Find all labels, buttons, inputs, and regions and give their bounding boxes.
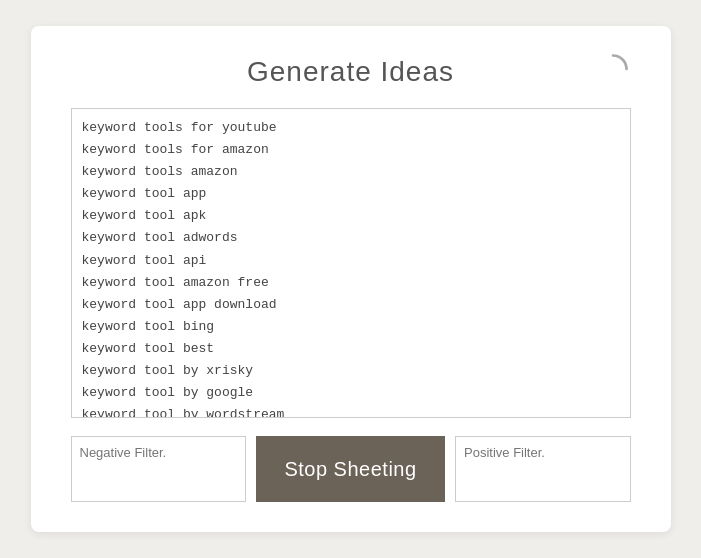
header: Generate Ideas [71,56,631,88]
positive-filter-input[interactable] [455,436,631,502]
bottom-row: Stop Sheeting [71,436,631,502]
main-card: Generate Ideas Stop Sheeting [31,26,671,532]
stop-sheeting-button[interactable]: Stop Sheeting [256,436,445,502]
loading-spinner-icon [595,51,631,87]
ideas-textarea[interactable] [71,108,631,418]
negative-filter-input[interactable] [71,436,247,502]
page-title: Generate Ideas [247,56,454,88]
